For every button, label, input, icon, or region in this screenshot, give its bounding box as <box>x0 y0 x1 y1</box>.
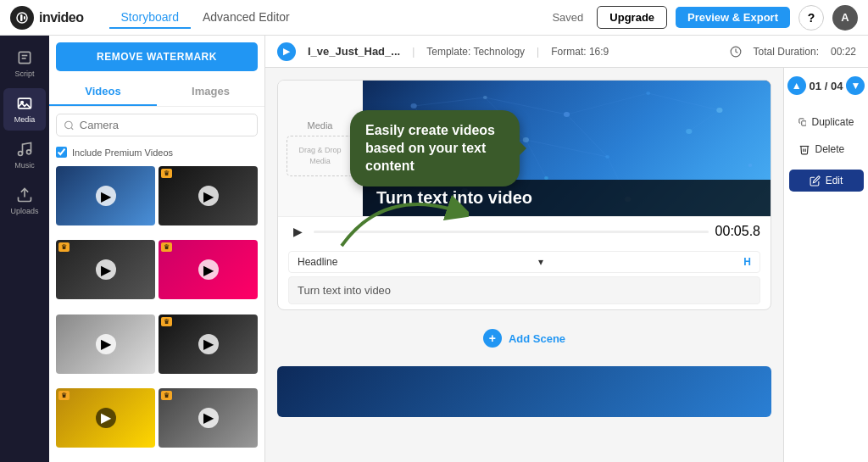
svg-line-34 <box>567 114 608 157</box>
main-layout: Script Media Music Uploads REMOVE WATERM… <box>0 36 868 462</box>
crown-badge-4: ♛ <box>161 242 172 252</box>
storyboard-area: Media Drag & Drop Media <box>265 68 783 462</box>
svg-point-27 <box>748 164 753 167</box>
search-icon <box>64 120 75 131</box>
duration-label: Total Duration: <box>754 46 819 58</box>
video-grid: ▶ ♛ ▶ ♛ ▶ ♛ ▶ ▶ ♛ ▶ ♛ ▶ <box>49 163 264 462</box>
svg-line-37 <box>526 140 607 157</box>
sidebar-icons: Script Media Music Uploads <box>0 36 49 462</box>
delete-button[interactable]: Delete <box>789 137 864 161</box>
delete-icon <box>798 143 810 155</box>
logo: invideo <box>10 6 84 30</box>
duplicate-button[interactable]: Duplicate <box>789 110 864 134</box>
svg-line-28 <box>414 97 485 106</box>
svg-rect-1 <box>20 14 23 21</box>
delete-label: Delete <box>815 143 845 155</box>
play-icon-1: ▶ <box>96 186 116 206</box>
text-content-box[interactable]: Turn text into video <box>288 276 760 304</box>
svg-line-35 <box>689 110 720 131</box>
duplicate-icon <box>798 116 807 128</box>
video-thumb-2[interactable]: ♛ ▶ <box>159 166 258 225</box>
tab-advanced-editor[interactable]: Advanced Editor <box>191 7 302 29</box>
video-thumb-5[interactable]: ▶ <box>56 314 155 374</box>
drag-drop-text: Drag & Drop Media <box>298 146 341 165</box>
video-thumb-3[interactable]: ♛ ▶ <box>56 240 155 299</box>
scene-counter: ▲ 01 / 04 ▼ <box>787 76 865 95</box>
crown-badge-6: ♛ <box>161 317 172 326</box>
sidebar-item-script[interactable]: Script <box>3 42 46 85</box>
tab-storyboard[interactable]: Storyboard <box>109 7 191 29</box>
svg-point-8 <box>19 152 23 156</box>
edit-button[interactable]: Edit <box>789 170 864 192</box>
svg-point-9 <box>27 150 31 154</box>
video-thumb-6[interactable]: ♛ ▶ <box>159 314 258 374</box>
content-area: ▶ I_ve_Just_Had_... | Template: Technolo… <box>265 36 868 462</box>
video-thumb-4[interactable]: ♛ ▶ <box>159 240 258 299</box>
edit-label: Edit <box>826 175 843 186</box>
sidebar-item-uploads[interactable]: Uploads <box>3 180 46 222</box>
sidebar-item-music[interactable]: Music <box>3 134 46 176</box>
sidebar-label-uploads: Uploads <box>10 207 38 215</box>
help-button[interactable]: ? <box>798 5 824 31</box>
search-input[interactable] <box>80 119 250 131</box>
preview-export-button[interactable]: Preview & Export <box>676 7 790 28</box>
search-bar[interactable] <box>56 114 258 136</box>
include-premium-checkbox[interactable] <box>56 147 67 158</box>
sidebar-label-music: Music <box>14 161 35 170</box>
duplicate-label: Duplicate <box>811 116 854 128</box>
video-thumb-7[interactable]: ♛ ▶ <box>56 388 155 448</box>
add-scene-row[interactable]: + Add Scene <box>277 320 771 356</box>
svg-line-31 <box>648 93 720 110</box>
headline-h-icon: H <box>743 256 751 268</box>
svg-line-30 <box>567 93 648 114</box>
play-scene-button[interactable]: ▶ <box>288 222 307 241</box>
counter-text: 01 / 04 <box>810 80 843 92</box>
avatar[interactable]: A <box>832 5 858 31</box>
content-main: Media Drag & Drop Media <box>265 68 868 462</box>
project-icon: ▶ <box>277 42 296 61</box>
upgrade-button[interactable]: Upgrade <box>597 6 667 29</box>
video-thumb-1[interactable]: ▶ <box>56 166 155 225</box>
scene-duration: 00:05.8 <box>715 224 760 239</box>
headline-label: Headline <box>298 256 337 268</box>
play-icon-8: ▶ <box>198 408 219 428</box>
play-icon-7: ▶ <box>96 408 116 428</box>
include-premium-label: Include Premium Videos <box>72 148 173 158</box>
play-icon-5: ▶ <box>96 334 116 354</box>
preview-strip-2 <box>277 366 771 417</box>
sidebar-label-script: Script <box>14 70 34 78</box>
clock-icon <box>730 46 742 58</box>
project-name: I_ve_Just_Had_... <box>308 45 400 58</box>
remove-watermark-button[interactable]: REMOVE WATERMARK <box>56 42 258 71</box>
play-icon-3: ▶ <box>96 259 116 280</box>
chevron-down-icon: ▾ <box>538 256 543 268</box>
logo-icon <box>10 6 34 30</box>
panel-tabs: Videos Images <box>49 78 264 107</box>
play-icon-4: ▶ <box>198 259 219 280</box>
counter-down-arrow[interactable]: ▼ <box>846 76 865 95</box>
saved-status: Saved <box>552 11 583 24</box>
media-label: Media <box>308 120 333 131</box>
right-panel: ▲ 01 / 04 ▼ Duplicate Delete Edit <box>783 68 868 462</box>
edit-icon <box>810 175 821 186</box>
crown-badge-2: ♛ <box>161 169 172 178</box>
sidebar-label-media: Media <box>14 115 36 124</box>
crown-badge-3: ♛ <box>58 242 70 252</box>
arrow-graphic <box>333 170 469 254</box>
duration-value: 00:22 <box>831 46 856 58</box>
logo-text: invideo <box>39 10 84 25</box>
video-thumb-8[interactable]: ♛ ▶ <box>159 388 258 448</box>
nav-tabs: Storyboard Advanced Editor <box>109 7 302 29</box>
left-panel: REMOVE WATERMARK Videos Images Include P… <box>49 36 265 462</box>
play-icon-6: ▶ <box>198 334 219 354</box>
sidebar-item-media[interactable]: Media <box>3 88 46 131</box>
format-label: Format: 16:9 <box>551 46 609 58</box>
add-scene-icon: + <box>483 329 502 348</box>
counter-up-arrow[interactable]: ▲ <box>787 76 806 95</box>
svg-line-12 <box>71 127 73 129</box>
tab-videos[interactable]: Videos <box>49 78 157 106</box>
crown-badge-7: ♛ <box>58 391 70 400</box>
crown-badge-8: ♛ <box>161 391 172 400</box>
tab-images[interactable]: Images <box>157 78 264 106</box>
text-editor: Headline ▾ H Turn text into video <box>278 246 771 309</box>
